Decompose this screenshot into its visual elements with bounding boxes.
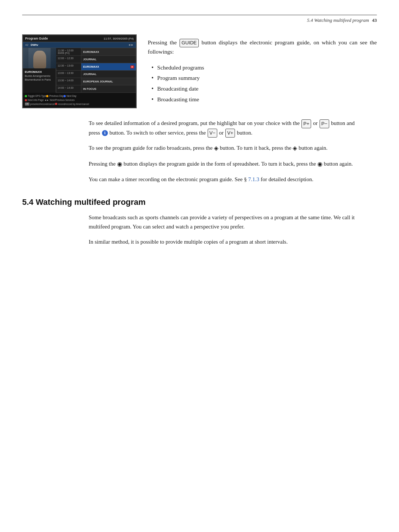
epg-footer-line-2: Next Info Page ◄► Next/Previous Services: [25, 98, 134, 102]
footer-text-6: record/record by timer/cancel: [58, 102, 89, 106]
p-minus-key: P−: [320, 119, 329, 128]
body-para-2: To see the program guide for radio broad…: [89, 143, 355, 153]
dot-blue-1: [64, 95, 66, 97]
v-plus-key: V+: [225, 129, 235, 137]
epg-prog-2-name: EUROMAXX: [83, 65, 99, 68]
epg-time-4: 13:30 ~ 14:00: [56, 78, 81, 85]
body-para-4: You can make a timer recording on the el…: [89, 175, 355, 184]
dot-green-1: [25, 95, 27, 97]
epg-left-info: EUROMAXX Bunte Arrangements: Blumenkunst…: [23, 68, 56, 84]
epg-prog-0: EUROMAXX: [81, 48, 136, 55]
page-container: 5.4 Watching multifeed program 43 Progra…: [0, 15, 399, 532]
epg-row-0: 11:30 ~ 12:00 30/09 (Fri) EUROMAXX: [56, 48, 136, 56]
ok-badge: OK: [25, 102, 30, 106]
epg-prog-1: JOURNAL: [81, 56, 136, 63]
section-heading-container: 5.4 Watching multifeed program: [22, 197, 377, 207]
epg-time-2: 12:30 ~ 13:00: [56, 63, 81, 70]
bullet-item-1: Scheduled programs: [151, 62, 377, 73]
epg-right-panel: 11:30 ~ 12:00 30/09 (Fri) EUROMAXX 12:00…: [56, 48, 136, 93]
epg-screenshot: Program Guide 11:57, 30/09/2005 (Fri) 42…: [22, 34, 137, 108]
epg-nav-arrows: ◄►: [128, 43, 134, 47]
content-area: Program Guide 11:57, 30/09/2005 (Fri) 42…: [0, 27, 399, 275]
header-page-number: 43: [372, 17, 377, 23]
epg-row-2: 12:30 ~ 13:00 EUROMAXX R: [56, 63, 136, 71]
dot-red-1: [25, 99, 27, 101]
section-5-4-para-1: Some broadcasts such as sports channels …: [89, 213, 355, 231]
footer-text-3: Next Day: [66, 94, 76, 98]
epg-datetime: 11:57, 30/09/2005 (Fri): [104, 37, 134, 40]
right-text: Pressing the GUIDE button displays the e…: [148, 34, 377, 105]
radio-button-icon-2: ◈: [293, 145, 297, 151]
epg-left-desc: Bunte Arrangements: Blumenkunst in Paris: [25, 74, 54, 82]
epg-rec-indicator: R: [130, 65, 134, 68]
epg-time-5: 14:00 ~ 14:30: [56, 85, 81, 92]
epg-footer: Toggle EPG Type Previous Day Next Day Ne…: [23, 93, 136, 108]
epg-row-5: 14:00 ~ 14:30 IN FOCUS: [56, 85, 136, 93]
bullet-item-4: Broadcasting time: [151, 94, 377, 105]
epg-channel-num: 42: [25, 43, 28, 47]
bullet-list: Scheduled programs Program summary Broad…: [148, 62, 377, 105]
dot-yellow-1: [46, 95, 48, 97]
epg-time-0: 11:30 ~ 12:00 30/09 (Fri): [56, 48, 81, 55]
footer-text-1: Toggle EPG Type: [28, 94, 46, 98]
p-plus-key: P+: [301, 119, 311, 128]
bullet-item-3: Broadcasting date: [151, 84, 377, 94]
epg-time-1: 12:00 ~ 12:30: [56, 56, 81, 63]
footer-text-2: Previous Day: [49, 94, 64, 98]
epg-channel-name: DWtv: [31, 43, 38, 47]
spreadsheet-button-icon: ◉: [117, 161, 122, 167]
epg-row-4: 13:30 ~ 14:00 EUROPEAN JOURNAL: [56, 78, 136, 85]
epg-left-panel: EUROMAXX Bunte Arrangements: Blumenkunst…: [23, 48, 56, 93]
radio-button-icon: ◈: [214, 145, 218, 151]
page-header: 5.4 Watching multifeed program 43: [0, 15, 399, 27]
footer-text-4: Next Info Page ◄► Next/Previous Services: [28, 98, 75, 102]
info-button-icon: ℹ: [102, 130, 108, 136]
epg-row-1: 12:00 ~ 12:30 JOURNAL: [56, 56, 136, 63]
bullet-item-2: Program summary: [151, 73, 377, 84]
epg-prog-3: JOURNAL: [81, 71, 136, 78]
epg-header: Program Guide 11:57, 30/09/2005 (Fri): [23, 35, 136, 42]
dot-red-2: [55, 103, 57, 105]
v-minus-key: V−: [208, 129, 217, 137]
epg-footer-line-1: Toggle EPG Type Previous Day Next Day: [25, 94, 134, 98]
epg-thumbnail: [23, 48, 56, 68]
epg-prog-5: IN FOCUS: [81, 85, 136, 92]
epg-prog-2: EUROMAXX R: [81, 63, 136, 70]
guide-key: GUIDE: [180, 39, 198, 47]
section-5-4-para-2: In similar method, it is possible to pro…: [89, 237, 355, 247]
top-section: Program Guide 11:57, 30/09/2005 (Fri) 42…: [22, 34, 377, 108]
epg-footer-line-3: OK preselect/record/cancel record/record…: [25, 102, 134, 106]
epg-channel-row: 42 DWtv ◄►: [23, 42, 136, 48]
spreadsheet-button-icon-2: ◉: [317, 161, 323, 167]
body-para-3: Pressing the ◉ button displays the progr…: [89, 159, 355, 169]
intro-paragraph: Pressing the GUIDE button displays the e…: [148, 38, 377, 57]
section-5-4-body: Some broadcasts such as sports channels …: [89, 213, 355, 246]
epg-time-3: 13:00 ~ 13:30: [56, 71, 81, 78]
epg-row-3: 13:00 ~ 13:30 JOURNAL: [56, 71, 136, 78]
epg-body: EUROMAXX Bunte Arrangements: Blumenkunst…: [23, 48, 136, 93]
header-section-title: 5.4 Watching multifeed program: [307, 17, 369, 23]
section-5-4-heading: 5.4 Watching multifeed program: [22, 197, 377, 207]
epg-title: Program Guide: [25, 37, 48, 40]
section-link[interactable]: 7.1.3: [248, 176, 259, 182]
body-text-section: To see detailed information of a desired…: [89, 119, 355, 184]
epg-prog-4: EUROPEAN JOURNAL: [81, 78, 136, 85]
footer-text-5: preselect/record/cancel: [30, 102, 55, 106]
epg-left-channel: EUROMAXX: [25, 70, 54, 74]
body-para-1: To see detailed information of a desired…: [89, 119, 355, 138]
